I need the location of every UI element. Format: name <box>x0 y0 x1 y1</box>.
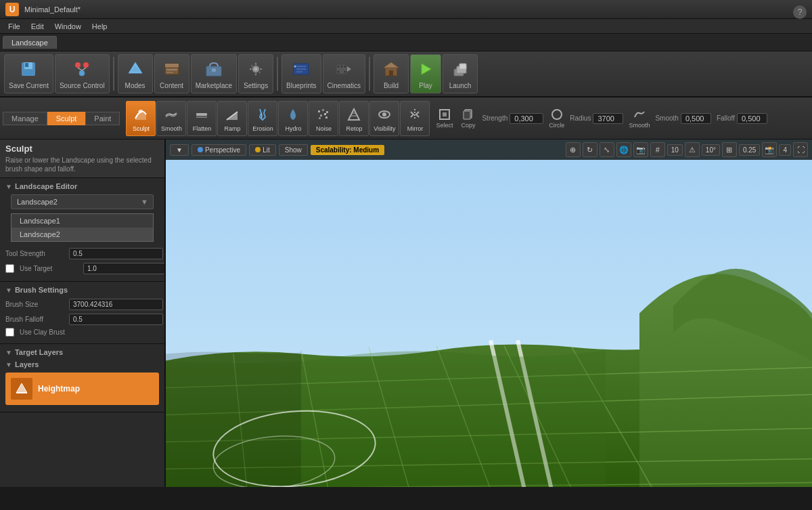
smooth-input[interactable] <box>681 113 711 124</box>
brush-falloff-input[interactable] <box>69 314 163 325</box>
retop-tool-button[interactable]: Retop <box>339 101 369 136</box>
svg-rect-56 <box>443 112 447 116</box>
save-current-icon <box>18 58 39 80</box>
hydro-tool-button[interactable]: Hydro <box>278 101 308 136</box>
perspective-btn[interactable]: Perspective <box>191 144 246 156</box>
viewport-expand-btn[interactable]: ▼ <box>170 144 189 156</box>
show-label: Show <box>285 146 302 154</box>
svg-rect-46 <box>324 113 326 115</box>
rotate-icon-btn[interactable]: ↻ <box>583 142 597 157</box>
lit-btn[interactable]: Lit <box>249 144 276 156</box>
heightmap-layer[interactable]: Heightmap <box>5 373 159 405</box>
show-btn[interactable]: Show <box>279 144 308 156</box>
camera2-icon-btn[interactable]: 📸 <box>762 142 777 157</box>
warning-icon-btn[interactable]: ⚠ <box>685 142 700 157</box>
build-button[interactable]: Build <box>374 54 409 93</box>
menu-edit[interactable]: Edit <box>26 21 49 32</box>
sculpt-tab[interactable]: Sculpt <box>47 112 86 125</box>
build-icon <box>380 58 402 80</box>
launch-icon <box>449 58 471 80</box>
use-clay-brush-label: Use Clay Brust <box>20 328 81 336</box>
erosion-tool-icon <box>253 105 272 124</box>
viewport[interactable]: ▼ Perspective Lit Show Scalability: Medi… <box>166 140 812 487</box>
use-clay-brush-checkbox[interactable] <box>5 328 14 337</box>
svg-line-7 <box>78 68 82 70</box>
source-control-button[interactable]: Source Control <box>55 54 110 93</box>
main-layout: Sculpt Raise or lower the Landscape usin… <box>0 140 812 487</box>
svg-rect-44 <box>326 111 328 113</box>
svg-rect-58 <box>464 111 470 119</box>
play-button[interactable]: Play <box>410 54 441 93</box>
terrain-svg <box>166 160 812 487</box>
grid-icon-btn[interactable]: # <box>650 142 665 157</box>
menu-help[interactable]: Help <box>87 21 113 32</box>
svg-point-27 <box>341 66 343 68</box>
radius-input[interactable] <box>593 113 623 124</box>
camera-icon-btn[interactable]: 📷 <box>633 142 648 157</box>
grid-size-value[interactable]: 10 <box>667 144 683 156</box>
svg-rect-42 <box>318 110 320 112</box>
world-icon-btn[interactable]: 🌐 <box>616 142 631 157</box>
target-layers-arrow: ▼ <box>5 349 12 356</box>
settings-icon <box>245 58 267 80</box>
menu-window[interactable]: Window <box>49 21 87 32</box>
falloff-input[interactable] <box>737 113 767 124</box>
rotation-value[interactable]: 10° <box>702 144 720 156</box>
menu-file[interactable]: File <box>3 21 26 32</box>
select-icon <box>438 108 451 121</box>
layer-count-value[interactable]: 4 <box>779 144 791 156</box>
modes-button[interactable]: Modes <box>118 54 153 93</box>
toolbar-separator-3 <box>369 57 370 91</box>
scale-icon-btn[interactable]: ⤡ <box>600 142 614 157</box>
scalability-badge[interactable]: Scalability: Medium <box>311 145 384 155</box>
landscape-tab[interactable]: Landscape <box>3 36 57 49</box>
save-current-button[interactable]: Save Current <box>4 54 53 93</box>
svg-point-53 <box>382 112 386 116</box>
strength-label: Strength <box>482 114 508 122</box>
transform-icon-btn[interactable]: ⊕ <box>566 142 581 157</box>
paint-tab[interactable]: Paint <box>85 112 120 125</box>
flatten-tool-button[interactable]: Flatten <box>187 101 217 136</box>
settings-button[interactable]: Settings <box>238 54 273 93</box>
scale-value[interactable]: 0.25 <box>739 144 760 156</box>
modes-label: Modes <box>125 82 145 89</box>
toolbar-separator-1 <box>113 57 114 91</box>
erosion-tool-button[interactable]: Erosion <box>248 101 277 136</box>
svg-rect-47 <box>319 117 321 119</box>
marketplace-button[interactable]: Marketplace <box>191 54 237 93</box>
launch-button[interactable]: Launch <box>443 54 478 93</box>
manage-tab[interactable]: Manage <box>3 112 47 125</box>
target-layers-title: ▼ Target Layers <box>5 348 159 356</box>
landscape-option-1[interactable]: Landscape1 <box>12 214 153 228</box>
use-target-input[interactable] <box>83 263 166 274</box>
strength-input[interactable] <box>510 113 543 124</box>
landscape-mode-tabs: Manage Sculpt Paint <box>3 112 120 125</box>
smooth-tool-button[interactable]: Smooth <box>156 101 186 136</box>
landscape-dropdown-container: Landscape1 Landscape2 ▼ <box>11 194 154 209</box>
ramp-tool-button[interactable]: Ramp <box>217 101 247 136</box>
mirror-tool-button[interactable]: Mirror <box>400 101 430 136</box>
svg-rect-16 <box>212 68 216 72</box>
content-button[interactable]: Content <box>154 54 189 93</box>
visibility-tool-button[interactable]: Visibility <box>369 101 399 136</box>
use-target-checkbox[interactable] <box>5 264 14 273</box>
snap-icon-btn[interactable]: ⊞ <box>722 142 737 157</box>
visibility-tool-label: Visibility <box>374 125 395 132</box>
landscape-option-2[interactable]: Landscape2 <box>12 228 153 241</box>
brush-size-row: Brush Size 🔒 ↺ <box>5 298 159 310</box>
landscape-select[interactable]: Landscape1 Landscape2 <box>11 194 154 209</box>
blueprints-button[interactable]: Blueprints <box>281 54 321 93</box>
brush-size-input[interactable] <box>69 299 163 310</box>
maximize-icon-btn[interactable]: ⛶ <box>793 142 808 157</box>
svg-rect-13 <box>166 69 177 70</box>
copy-icon <box>461 108 475 121</box>
svg-point-5 <box>83 62 89 68</box>
radius-label: Radius <box>570 114 591 122</box>
sculpt-tool-button[interactable]: Sculpt <box>126 101 156 136</box>
landscape-toolbar: Manage Sculpt Paint Sculpt Smooth <box>0 98 812 140</box>
tool-strength-input[interactable] <box>69 248 163 259</box>
cinematics-button[interactable]: Cinematics <box>323 54 365 93</box>
tab-bar: Landscape <box>0 34 812 51</box>
app-icon: U <box>5 3 19 16</box>
noise-tool-button[interactable]: Noise <box>309 101 338 136</box>
